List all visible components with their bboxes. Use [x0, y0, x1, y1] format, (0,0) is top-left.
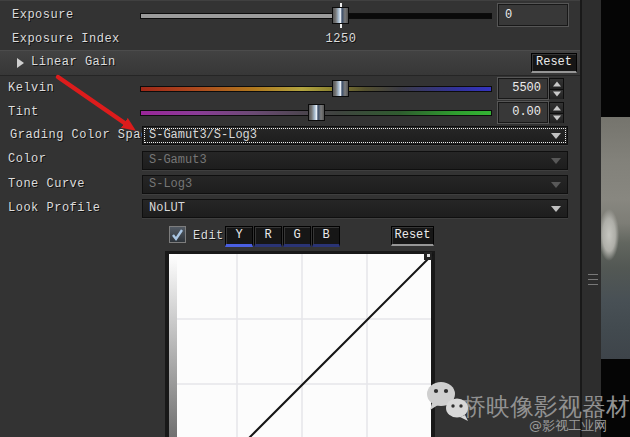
color-value: S-Gamut3 [149, 153, 207, 167]
color-label: Color [8, 152, 47, 166]
panel-splitter[interactable] [580, 0, 601, 437]
exposure-index-value: 1250 [319, 32, 363, 46]
channel-g-button[interactable]: G [283, 226, 311, 247]
luminance-gradient-bar [169, 254, 177, 437]
exposure-slider-handle[interactable] [332, 7, 349, 24]
tone-curve-editor[interactable] [165, 251, 435, 437]
tint-value-field[interactable]: 0.00 [498, 102, 548, 123]
look-profile-label: Look Profile [8, 201, 100, 215]
exposure-index-label: Exposure Index [12, 32, 120, 46]
channel-b-button[interactable]: B [312, 226, 340, 247]
exposure-slider[interactable] [140, 6, 492, 24]
expander-triangle-icon[interactable] [17, 58, 24, 68]
video-preview-sliver [601, 117, 630, 359]
linear-gain-group-header[interactable]: Linear Gain Reset [0, 50, 580, 76]
linear-gain-reset-button[interactable]: Reset [531, 53, 577, 73]
channel-y-button[interactable]: Y [225, 226, 253, 247]
triangle-up-icon [553, 105, 561, 110]
color-select: S-Gamut3 [142, 151, 568, 170]
tint-spinner-up-button[interactable] [550, 103, 563, 114]
watermark-credit: @影视工业网 [529, 417, 607, 435]
chevron-down-icon [551, 133, 561, 139]
kelvin-spinner-down-button[interactable] [550, 90, 563, 100]
look-profile-value: NoLUT [149, 201, 185, 215]
kelvin-value-field[interactable]: 5500 [498, 78, 548, 99]
kelvin-slider-track[interactable] [140, 86, 492, 92]
chevron-down-icon [551, 206, 561, 212]
tone-curve-select: S-Log3 [142, 175, 568, 194]
triangle-down-icon [553, 92, 561, 97]
tint-label: Tint [8, 105, 39, 119]
edit-label: Edit [193, 229, 224, 243]
triangle-down-icon [553, 116, 561, 121]
curve-endpoint-dot [427, 254, 430, 257]
viewer-background [601, 0, 630, 437]
edit-checkbox[interactable] [169, 226, 186, 243]
kelvin-slider-handle[interactable] [332, 80, 349, 97]
tint-spinner-down-button[interactable] [550, 114, 563, 124]
kelvin-spinner-up-button[interactable] [550, 79, 563, 90]
tone-curve-label: Tone Curve [8, 177, 85, 191]
kelvin-spinner[interactable] [549, 78, 564, 99]
tint-spinner[interactable] [549, 102, 564, 123]
chevron-down-icon [551, 158, 561, 164]
kelvin-label: Kelvin [8, 81, 54, 95]
curve-plot-area[interactable] [169, 254, 431, 437]
curve-reset-button[interactable]: Reset [391, 226, 434, 246]
grading-color-space-value: S-Gamut3/S-Log3 [149, 128, 257, 142]
grading-panel: Exposure 0 Exposure Index 1250 Linear Ga… [0, 0, 580, 437]
look-profile-select[interactable]: NoLUT [142, 199, 568, 218]
tint-slider-handle[interactable] [308, 104, 325, 121]
chevron-down-icon [551, 182, 561, 188]
tint-slider[interactable] [140, 103, 492, 121]
channel-r-button[interactable]: R [254, 226, 282, 247]
exposure-value-field[interactable]: 0 [498, 4, 568, 26]
exposure-slider-track[interactable] [140, 13, 492, 19]
triangle-up-icon [553, 81, 561, 86]
kelvin-slider[interactable] [140, 79, 492, 97]
checkmark-icon [170, 227, 185, 242]
exposure-label: Exposure [12, 8, 74, 22]
tone-curve-value: S-Log3 [149, 177, 192, 191]
grading-color-space-select[interactable]: S-Gamut3/S-Log3 [142, 126, 568, 145]
splitter-grip-icon[interactable] [588, 274, 598, 288]
grading-color-space-label: Grading Color Space [10, 128, 156, 142]
linear-gain-label: Linear Gain [31, 55, 116, 69]
